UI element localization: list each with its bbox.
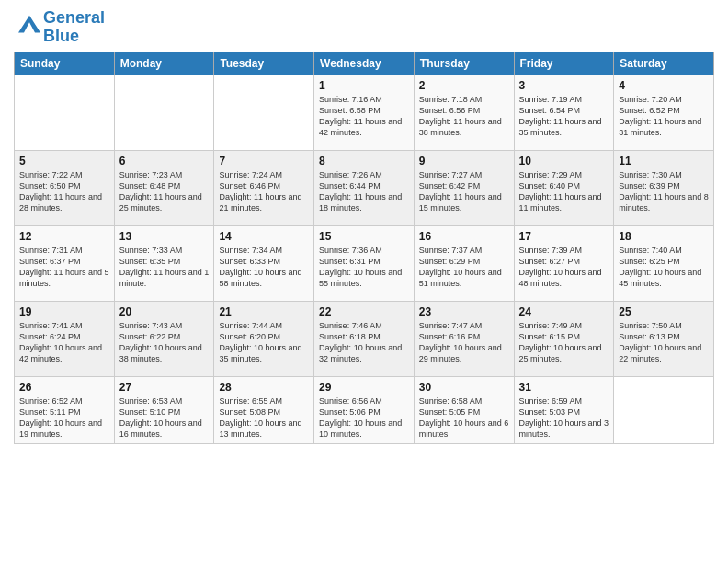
day-cell: 31Sunrise: 6:59 AMSunset: 5:03 PMDayligh… xyxy=(514,376,614,444)
day-number: 7 xyxy=(219,155,309,167)
day-number: 24 xyxy=(519,305,609,318)
day-cell: 30Sunrise: 6:58 AMSunset: 5:05 PMDayligh… xyxy=(414,376,514,444)
day-number: 16 xyxy=(419,230,509,243)
day-cell xyxy=(614,376,714,444)
day-cell xyxy=(114,75,214,150)
day-info: Sunrise: 7:20 AMSunset: 6:52 PMDaylight:… xyxy=(619,94,709,139)
day-info: Sunrise: 7:26 AMSunset: 6:44 PMDaylight:… xyxy=(319,169,409,214)
day-info: Sunrise: 7:37 AMSunset: 6:29 PMDaylight:… xyxy=(419,245,509,290)
logo-blue: Blue xyxy=(43,27,79,45)
day-info: Sunrise: 7:22 AMSunset: 6:50 PMDaylight:… xyxy=(19,169,109,214)
day-cell: 12Sunrise: 7:31 AMSunset: 6:37 PMDayligh… xyxy=(15,225,115,301)
logo: General Blue xyxy=(14,9,105,46)
day-info: Sunrise: 6:59 AMSunset: 5:03 PMDaylight:… xyxy=(519,396,609,441)
day-info: Sunrise: 7:27 AMSunset: 6:42 PMDaylight:… xyxy=(419,169,509,214)
day-info: Sunrise: 7:47 AMSunset: 6:16 PMDaylight:… xyxy=(419,320,509,365)
day-number: 1 xyxy=(319,79,409,92)
day-cell: 16Sunrise: 7:37 AMSunset: 6:29 PMDayligh… xyxy=(414,225,514,301)
day-info: Sunrise: 7:19 AMSunset: 6:54 PMDaylight:… xyxy=(519,94,609,139)
day-cell: 6Sunrise: 7:23 AMSunset: 6:48 PMDaylight… xyxy=(114,150,214,225)
day-cell: 3Sunrise: 7:19 AMSunset: 6:54 PMDaylight… xyxy=(514,75,614,150)
day-header-monday: Monday xyxy=(114,52,214,75)
day-cell: 29Sunrise: 6:56 AMSunset: 5:06 PMDayligh… xyxy=(314,376,415,444)
day-cell: 8Sunrise: 7:26 AMSunset: 6:44 PMDaylight… xyxy=(314,150,415,225)
day-header-sunday: Sunday xyxy=(15,52,115,75)
day-cell: 21Sunrise: 7:44 AMSunset: 6:20 PMDayligh… xyxy=(214,301,314,376)
day-number: 25 xyxy=(619,305,709,318)
calendar-table: SundayMondayTuesdayWednesdayThursdayFrid… xyxy=(14,52,714,445)
day-info: Sunrise: 7:18 AMSunset: 6:56 PMDaylight:… xyxy=(419,94,509,139)
day-number: 27 xyxy=(119,381,210,394)
day-cell: 18Sunrise: 7:40 AMSunset: 6:25 PMDayligh… xyxy=(614,225,714,301)
week-row-2: 5Sunrise: 7:22 AMSunset: 6:50 PMDaylight… xyxy=(15,150,714,225)
day-info: Sunrise: 6:55 AMSunset: 5:08 PMDaylight:… xyxy=(219,396,309,441)
day-cell: 26Sunrise: 6:52 AMSunset: 5:11 PMDayligh… xyxy=(15,376,115,444)
day-number: 28 xyxy=(219,381,309,394)
day-number: 21 xyxy=(219,305,309,318)
week-row-3: 12Sunrise: 7:31 AMSunset: 6:37 PMDayligh… xyxy=(15,225,714,301)
day-cell: 14Sunrise: 7:34 AMSunset: 6:33 PMDayligh… xyxy=(214,225,314,301)
day-info: Sunrise: 7:36 AMSunset: 6:31 PMDaylight:… xyxy=(319,245,409,290)
day-number: 31 xyxy=(519,381,609,394)
day-info: Sunrise: 7:43 AMSunset: 6:22 PMDaylight:… xyxy=(119,320,210,365)
day-number: 26 xyxy=(19,381,109,394)
day-number: 20 xyxy=(119,305,210,318)
day-number: 14 xyxy=(219,230,309,243)
day-number: 23 xyxy=(419,305,509,318)
day-header-wednesday: Wednesday xyxy=(314,52,415,75)
day-cell: 7Sunrise: 7:24 AMSunset: 6:46 PMDaylight… xyxy=(214,150,314,225)
day-number: 29 xyxy=(319,381,409,394)
day-info: Sunrise: 7:16 AMSunset: 6:58 PMDaylight:… xyxy=(319,94,409,139)
day-number: 15 xyxy=(319,230,409,243)
day-info: Sunrise: 7:23 AMSunset: 6:48 PMDaylight:… xyxy=(119,169,210,214)
day-cell: 4Sunrise: 7:20 AMSunset: 6:52 PMDaylight… xyxy=(614,75,714,150)
day-cell: 28Sunrise: 6:55 AMSunset: 5:08 PMDayligh… xyxy=(214,376,314,444)
day-number: 4 xyxy=(619,79,709,92)
day-cell: 1Sunrise: 7:16 AMSunset: 6:58 PMDaylight… xyxy=(314,75,415,150)
day-info: Sunrise: 7:30 AMSunset: 6:39 PMDaylight:… xyxy=(619,169,709,214)
day-number: 5 xyxy=(19,155,109,167)
day-cell: 23Sunrise: 7:47 AMSunset: 6:16 PMDayligh… xyxy=(414,301,514,376)
day-cell: 22Sunrise: 7:46 AMSunset: 6:18 PMDayligh… xyxy=(314,301,415,376)
week-row-1: 1Sunrise: 7:16 AMSunset: 6:58 PMDaylight… xyxy=(15,75,714,150)
day-cell xyxy=(15,75,115,150)
day-number: 18 xyxy=(619,230,709,243)
day-info: Sunrise: 7:49 AMSunset: 6:15 PMDaylight:… xyxy=(519,320,609,365)
day-header-friday: Friday xyxy=(514,52,614,75)
svg-marker-0 xyxy=(18,16,40,33)
day-number: 9 xyxy=(419,155,509,167)
day-info: Sunrise: 7:33 AMSunset: 6:35 PMDaylight:… xyxy=(119,245,210,290)
day-header-tuesday: Tuesday xyxy=(214,52,314,75)
day-cell: 5Sunrise: 7:22 AMSunset: 6:50 PMDaylight… xyxy=(15,150,115,225)
week-row-5: 26Sunrise: 6:52 AMSunset: 5:11 PMDayligh… xyxy=(15,376,714,444)
day-cell: 17Sunrise: 7:39 AMSunset: 6:27 PMDayligh… xyxy=(514,225,614,301)
day-header-saturday: Saturday xyxy=(614,52,714,75)
day-info: Sunrise: 7:24 AMSunset: 6:46 PMDaylight:… xyxy=(219,169,309,214)
day-info: Sunrise: 6:52 AMSunset: 5:11 PMDaylight:… xyxy=(19,396,109,441)
page: General Blue SundayMondayTuesdayWednesda… xyxy=(0,0,728,563)
day-cell: 10Sunrise: 7:29 AMSunset: 6:40 PMDayligh… xyxy=(514,150,614,225)
logo-icon xyxy=(16,12,43,40)
logo-general: General xyxy=(43,8,105,27)
day-cell: 19Sunrise: 7:41 AMSunset: 6:24 PMDayligh… xyxy=(15,301,115,376)
day-number: 8 xyxy=(319,155,409,167)
day-cell: 13Sunrise: 7:33 AMSunset: 6:35 PMDayligh… xyxy=(114,225,214,301)
week-row-4: 19Sunrise: 7:41 AMSunset: 6:24 PMDayligh… xyxy=(15,301,714,376)
day-info: Sunrise: 6:58 AMSunset: 5:05 PMDaylight:… xyxy=(419,396,509,441)
day-number: 12 xyxy=(19,230,109,243)
day-header-thursday: Thursday xyxy=(414,52,514,75)
day-cell: 25Sunrise: 7:50 AMSunset: 6:13 PMDayligh… xyxy=(614,301,714,376)
day-number: 30 xyxy=(419,381,509,394)
day-info: Sunrise: 7:40 AMSunset: 6:25 PMDaylight:… xyxy=(619,245,709,290)
day-info: Sunrise: 7:39 AMSunset: 6:27 PMDaylight:… xyxy=(519,245,609,290)
day-number: 10 xyxy=(519,155,609,167)
day-cell: 9Sunrise: 7:27 AMSunset: 6:42 PMDaylight… xyxy=(414,150,514,225)
day-cell: 11Sunrise: 7:30 AMSunset: 6:39 PMDayligh… xyxy=(614,150,714,225)
day-info: Sunrise: 7:46 AMSunset: 6:18 PMDaylight:… xyxy=(319,320,409,365)
day-number: 6 xyxy=(119,155,210,167)
day-info: Sunrise: 7:31 AMSunset: 6:37 PMDaylight:… xyxy=(19,245,109,290)
day-cell: 24Sunrise: 7:49 AMSunset: 6:15 PMDayligh… xyxy=(514,301,614,376)
day-number: 2 xyxy=(419,79,509,92)
day-cell xyxy=(214,75,314,150)
day-number: 13 xyxy=(119,230,210,243)
